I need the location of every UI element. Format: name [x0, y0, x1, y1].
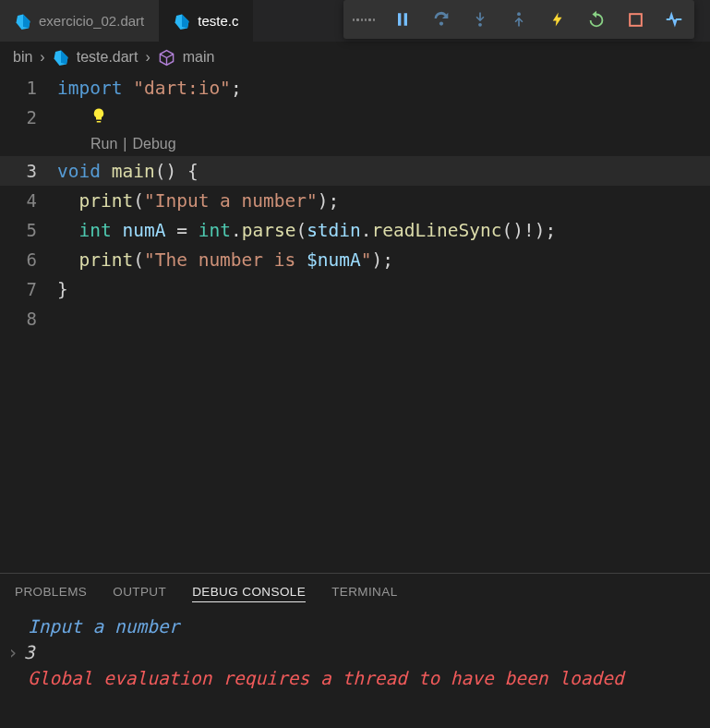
svg-point-0 — [439, 21, 443, 25]
chevron-right-icon: › — [145, 49, 150, 66]
line-number: 7 — [0, 279, 57, 299]
step-into-button[interactable] — [469, 8, 491, 30]
line-number: 8 — [0, 309, 57, 329]
breadcrumb-item[interactable]: main — [183, 49, 215, 66]
dart-file-icon — [53, 49, 69, 66]
code-line: 7 } — [0, 274, 710, 304]
console-line: › 3 — [7, 642, 703, 663]
hot-reload-button[interactable] — [547, 8, 569, 30]
tab-teste[interactable]: teste.c — [159, 0, 253, 42]
line-number: 6 — [0, 249, 57, 270]
code-content: import "dart:io"; — [57, 78, 242, 99]
panel-tab-output[interactable]: OUTPUT — [113, 585, 166, 601]
dart-file-icon — [174, 13, 190, 30]
line-number: 4 — [0, 190, 57, 211]
lightbulb-icon[interactable] — [90, 105, 107, 130]
code-content: int numA = int.parse(stdin.readLineSync(… — [57, 220, 556, 241]
chevron-right-icon: › — [7, 642, 18, 663]
line-number: 3 — [0, 161, 57, 181]
code-editor[interactable]: 1 import "dart:io"; 2 Run | Debug 3 void… — [0, 73, 710, 334]
tab-exercicio-02[interactable]: exercicio_02.dart — [0, 0, 159, 42]
code-line: 8 — [0, 304, 710, 334]
code-line: 3 void main() { — [0, 156, 710, 186]
tab-label: teste.c — [198, 13, 238, 29]
line-number: 2 — [0, 107, 57, 127]
line-number: 5 — [0, 220, 57, 240]
panel-tab-debug-console[interactable]: DEBUG CONSOLE — [192, 585, 306, 602]
code-lens: Run | Debug — [0, 132, 710, 156]
code-content: } — [57, 279, 68, 300]
stop-button[interactable] — [624, 8, 646, 30]
code-content: void main() { — [57, 161, 199, 182]
code-line: 1 import "dart:io"; — [0, 73, 710, 103]
panel-tab-terminal[interactable]: TERMINAL — [331, 585, 397, 601]
panel-tabs: PROBLEMS OUTPUT DEBUG CONSOLE TERMINAL — [0, 574, 710, 613]
code-content: print("The number is $numA"); — [57, 249, 393, 271]
codelens-debug[interactable]: Debug — [133, 136, 176, 152]
pause-button[interactable] — [391, 8, 414, 30]
code-line: 6 print("The number is $numA"); — [0, 245, 710, 274]
debug-console-output[interactable]: Input a number › 3 Global evaluation req… — [0, 613, 710, 728]
svg-rect-3 — [630, 14, 642, 26]
restart-button[interactable] — [585, 8, 608, 30]
debug-toolbar — [343, 0, 694, 39]
console-line: Input a number — [7, 616, 703, 637]
code-line: 2 — [0, 103, 710, 132]
code-line: 4 print("Input a number"); — [0, 186, 710, 215]
panel-tab-problems[interactable]: PROBLEMS — [15, 585, 87, 601]
breadcrumb-item[interactable]: bin — [13, 49, 32, 66]
code-line: 5 int numA = int.parse(stdin.readLineSyn… — [0, 215, 710, 245]
dev-tools-button[interactable] — [663, 8, 685, 30]
svg-point-2 — [517, 12, 521, 16]
drag-grip-icon[interactable] — [353, 8, 375, 30]
breadcrumb-item[interactable]: teste.dart — [77, 49, 138, 66]
symbol-function-icon — [158, 49, 175, 67]
breadcrumb[interactable]: bin › teste.dart › main — [0, 42, 710, 73]
chevron-right-icon: › — [40, 49, 44, 66]
tab-label: exercicio_02.dart — [39, 13, 144, 29]
codelens-run[interactable]: Run — [90, 136, 117, 152]
editor-tabs: exercicio_02.dart teste.c — [0, 0, 710, 42]
line-number: 1 — [0, 78, 57, 98]
svg-point-1 — [478, 23, 482, 27]
dart-file-icon — [15, 13, 31, 30]
console-error-line: Global evaluation requires a thread to h… — [7, 668, 703, 689]
step-over-button[interactable] — [430, 8, 452, 30]
step-out-button[interactable] — [508, 8, 530, 30]
bottom-panel: PROBLEMS OUTPUT DEBUG CONSOLE TERMINAL I… — [0, 573, 710, 728]
code-content: print("Input a number"); — [57, 190, 339, 212]
